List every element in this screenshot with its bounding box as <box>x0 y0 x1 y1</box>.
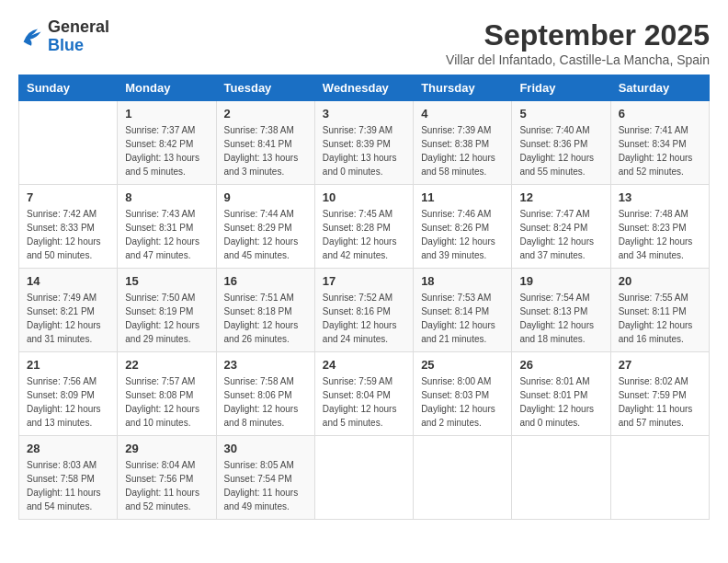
calendar-cell: 5Sunrise: 7:40 AMSunset: 8:36 PMDaylight… <box>512 101 610 185</box>
day-info: Sunrise: 7:47 AMSunset: 8:24 PMDaylight:… <box>519 207 602 262</box>
day-info: Sunrise: 7:38 AMSunset: 8:41 PMDaylight:… <box>224 123 307 178</box>
calendar-week-row: 21Sunrise: 7:56 AMSunset: 8:09 PMDayligh… <box>19 352 710 436</box>
location-subtitle: Villar del Infantado, Castille-La Mancha… <box>446 52 710 67</box>
calendar-cell: 6Sunrise: 7:41 AMSunset: 8:34 PMDaylight… <box>610 101 709 185</box>
day-number: 21 <box>27 358 109 372</box>
logo-blue-text: Blue <box>48 36 84 54</box>
calendar-cell <box>512 436 610 520</box>
day-info: Sunrise: 7:57 AMSunset: 8:08 PMDaylight:… <box>125 374 208 430</box>
calendar-cell: 25Sunrise: 8:00 AMSunset: 8:03 PMDayligh… <box>414 352 512 436</box>
title-block: September 2025 Villar del Infantado, Cas… <box>446 18 710 67</box>
day-info: Sunrise: 8:03 AMSunset: 7:58 PMDaylight:… <box>27 458 109 513</box>
calendar-cell: 3Sunrise: 7:39 AMSunset: 8:39 PMDaylight… <box>314 101 413 185</box>
calendar-cell: 16Sunrise: 7:51 AMSunset: 8:18 PMDayligh… <box>216 269 314 352</box>
day-number: 17 <box>323 274 405 288</box>
day-info: Sunrise: 7:52 AMSunset: 8:16 PMDaylight:… <box>323 291 405 346</box>
calendar-cell: 18Sunrise: 7:53 AMSunset: 8:14 PMDayligh… <box>414 269 512 352</box>
calendar-cell: 7Sunrise: 7:42 AMSunset: 8:33 PMDaylight… <box>19 185 118 269</box>
calendar-cell: 22Sunrise: 7:57 AMSunset: 8:08 PMDayligh… <box>118 352 216 436</box>
calendar-week-row: 28Sunrise: 8:03 AMSunset: 7:58 PMDayligh… <box>19 436 710 520</box>
calendar-cell: 10Sunrise: 7:45 AMSunset: 8:28 PMDayligh… <box>314 185 413 269</box>
day-number: 22 <box>125 358 208 372</box>
calendar-cell: 1Sunrise: 7:37 AMSunset: 8:42 PMDaylight… <box>118 101 216 185</box>
day-info: Sunrise: 8:05 AMSunset: 7:54 PMDaylight:… <box>224 458 307 513</box>
calendar-cell: 12Sunrise: 7:47 AMSunset: 8:24 PMDayligh… <box>512 185 610 269</box>
day-info: Sunrise: 7:40 AMSunset: 8:36 PMDaylight:… <box>519 123 602 178</box>
calendar-cell: 28Sunrise: 8:03 AMSunset: 7:58 PMDayligh… <box>19 436 118 520</box>
day-number: 19 <box>519 274 602 288</box>
calendar-cell: 27Sunrise: 8:02 AMSunset: 7:59 PMDayligh… <box>610 352 709 436</box>
day-info: Sunrise: 7:44 AMSunset: 8:29 PMDaylight:… <box>224 207 307 262</box>
calendar-cell <box>414 436 512 520</box>
logo-bird-icon <box>18 24 44 50</box>
page-header: General Blue September 2025 Villar del I… <box>18 18 710 67</box>
day-info: Sunrise: 8:01 AMSunset: 8:01 PMDaylight:… <box>519 374 602 430</box>
day-number: 4 <box>421 107 504 121</box>
weekday-header-saturday: Saturday <box>610 75 709 101</box>
day-info: Sunrise: 7:43 AMSunset: 8:31 PMDaylight:… <box>125 207 208 262</box>
calendar-cell: 21Sunrise: 7:56 AMSunset: 8:09 PMDayligh… <box>19 352 118 436</box>
calendar-cell: 2Sunrise: 7:38 AMSunset: 8:41 PMDaylight… <box>216 101 314 185</box>
day-number: 3 <box>323 107 405 121</box>
calendar-cell: 23Sunrise: 7:58 AMSunset: 8:06 PMDayligh… <box>216 352 314 436</box>
day-number: 12 <box>519 190 602 204</box>
day-info: Sunrise: 7:42 AMSunset: 8:33 PMDaylight:… <box>27 207 109 262</box>
month-title: September 2025 <box>446 18 710 52</box>
calendar-cell: 13Sunrise: 7:48 AMSunset: 8:23 PMDayligh… <box>610 185 709 269</box>
day-number: 5 <box>519 107 602 121</box>
day-number: 28 <box>27 442 109 455</box>
day-info: Sunrise: 7:51 AMSunset: 8:18 PMDaylight:… <box>224 291 307 346</box>
day-number: 7 <box>27 190 109 204</box>
day-number: 6 <box>619 107 701 121</box>
day-number: 29 <box>125 442 208 455</box>
weekday-header-sunday: Sunday <box>19 75 118 101</box>
day-info: Sunrise: 8:00 AMSunset: 8:03 PMDaylight:… <box>421 374 504 430</box>
day-number: 23 <box>224 358 307 372</box>
day-number: 14 <box>27 274 109 288</box>
calendar-cell: 17Sunrise: 7:52 AMSunset: 8:16 PMDayligh… <box>314 269 413 352</box>
day-number: 1 <box>125 107 208 121</box>
day-info: Sunrise: 7:37 AMSunset: 8:42 PMDaylight:… <box>125 123 208 178</box>
weekday-header-tuesday: Tuesday <box>216 75 314 101</box>
calendar-cell: 11Sunrise: 7:46 AMSunset: 8:26 PMDayligh… <box>414 185 512 269</box>
weekday-header-friday: Friday <box>512 75 610 101</box>
calendar-cell: 24Sunrise: 7:59 AMSunset: 8:04 PMDayligh… <box>314 352 413 436</box>
day-number: 18 <box>421 274 504 288</box>
day-info: Sunrise: 7:50 AMSunset: 8:19 PMDaylight:… <box>125 291 208 346</box>
logo: General Blue <box>18 18 109 55</box>
day-number: 27 <box>619 358 701 372</box>
calendar-cell: 26Sunrise: 8:01 AMSunset: 8:01 PMDayligh… <box>512 352 610 436</box>
day-number: 8 <box>125 190 208 204</box>
day-info: Sunrise: 7:54 AMSunset: 8:13 PMDaylight:… <box>519 291 602 346</box>
day-info: Sunrise: 7:45 AMSunset: 8:28 PMDaylight:… <box>323 207 405 262</box>
calendar-cell: 4Sunrise: 7:39 AMSunset: 8:38 PMDaylight… <box>414 101 512 185</box>
calendar-cell <box>314 436 413 520</box>
calendar-table: SundayMondayTuesdayWednesdayThursdayFrid… <box>18 75 710 520</box>
calendar-week-row: 1Sunrise: 7:37 AMSunset: 8:42 PMDaylight… <box>19 101 710 185</box>
weekday-header-wednesday: Wednesday <box>314 75 413 101</box>
calendar-cell: 9Sunrise: 7:44 AMSunset: 8:29 PMDaylight… <box>216 185 314 269</box>
calendar-cell: 30Sunrise: 8:05 AMSunset: 7:54 PMDayligh… <box>216 436 314 520</box>
day-info: Sunrise: 7:58 AMSunset: 8:06 PMDaylight:… <box>224 374 307 430</box>
day-number: 2 <box>224 107 307 121</box>
day-number: 13 <box>619 190 701 204</box>
day-number: 16 <box>224 274 307 288</box>
calendar-cell: 20Sunrise: 7:55 AMSunset: 8:11 PMDayligh… <box>610 269 709 352</box>
day-number: 24 <box>323 358 405 372</box>
weekday-header-row: SundayMondayTuesdayWednesdayThursdayFrid… <box>19 75 710 101</box>
day-info: Sunrise: 7:41 AMSunset: 8:34 PMDaylight:… <box>619 123 701 178</box>
day-number: 11 <box>421 190 504 204</box>
day-info: Sunrise: 7:56 AMSunset: 8:09 PMDaylight:… <box>27 374 109 430</box>
calendar-cell: 15Sunrise: 7:50 AMSunset: 8:19 PMDayligh… <box>118 269 216 352</box>
calendar-body: 1Sunrise: 7:37 AMSunset: 8:42 PMDaylight… <box>19 101 710 520</box>
calendar-cell: 14Sunrise: 7:49 AMSunset: 8:21 PMDayligh… <box>19 269 118 352</box>
weekday-header-monday: Monday <box>118 75 216 101</box>
day-info: Sunrise: 7:59 AMSunset: 8:04 PMDaylight:… <box>323 374 405 430</box>
day-info: Sunrise: 7:46 AMSunset: 8:26 PMDaylight:… <box>421 207 504 262</box>
calendar-cell <box>610 436 709 520</box>
calendar-cell: 29Sunrise: 8:04 AMSunset: 7:56 PMDayligh… <box>118 436 216 520</box>
day-number: 30 <box>224 442 307 455</box>
calendar-cell: 8Sunrise: 7:43 AMSunset: 8:31 PMDaylight… <box>118 185 216 269</box>
day-number: 26 <box>519 358 602 372</box>
day-number: 25 <box>421 358 504 372</box>
